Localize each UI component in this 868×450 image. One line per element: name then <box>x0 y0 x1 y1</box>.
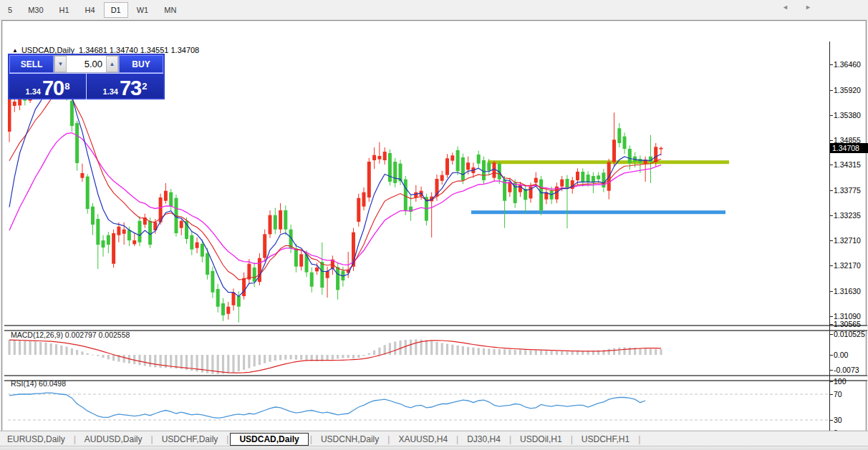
current-price-tag: 1.34708 <box>830 143 868 153</box>
candle-body <box>206 253 209 275</box>
candle-body <box>258 258 261 282</box>
volume-increase-button[interactable]: ▲ <box>106 56 118 72</box>
macd-histogram-bar <box>123 355 125 363</box>
buy-price-sup: 2 <box>142 76 147 97</box>
pane-divider[interactable] <box>4 325 867 331</box>
price-axis-label: 1.30565 <box>834 320 861 328</box>
macd-histogram-bar <box>478 348 480 355</box>
hline-support[interactable] <box>471 210 725 214</box>
macd-histogram-bar <box>462 346 464 355</box>
macd-histogram-bar <box>327 355 329 361</box>
candle-body <box>279 210 282 230</box>
candle-body <box>372 155 376 160</box>
candle-body <box>8 98 11 132</box>
candle-body <box>597 175 600 179</box>
timeframe-button-d1[interactable]: D1 <box>104 2 128 18</box>
chart-window: 1.364601.359201.353801.348551.343151.337… <box>1 20 867 431</box>
macd-histogram-bar <box>577 351 579 355</box>
chart-tab-usdcad-daily[interactable]: USDCAD,Daily <box>230 433 308 446</box>
timeframe-button-5[interactable]: 5 <box>1 2 19 18</box>
sell-price-sup: 8 <box>64 76 69 97</box>
trading-app: 5M30H1H4D1W1MN 1.364601.359201.353801.34… <box>0 0 868 450</box>
macd-histogram-bar <box>378 348 380 355</box>
timeframe-button-mn[interactable]: MN <box>157 2 183 18</box>
macd-histogram-bar <box>29 341 32 355</box>
symbol-triangle-icon: ▲ <box>12 47 18 54</box>
macd-histogram-bar <box>112 355 115 361</box>
macd-histogram-bar <box>514 350 516 355</box>
chart-tab-dj30-h4[interactable]: DJ30,H4 <box>460 433 508 446</box>
candle-body <box>80 173 84 178</box>
macd-histogram-bar <box>264 355 266 363</box>
candle-body <box>310 273 314 287</box>
macd-pane[interactable] <box>8 329 829 376</box>
macd-histogram-bar <box>545 351 547 355</box>
one-click-trade-panel: SELL ▼ 5.00 ▲ BUY 1.34 70 8 1.34 73 2 <box>8 54 165 99</box>
candle-body <box>602 172 605 187</box>
price-axis-label-tick <box>830 240 833 241</box>
timeframe-button-w1[interactable]: W1 <box>130 2 156 18</box>
chart-tab-xauusd-h4[interactable]: XAUUSD,H4 <box>391 433 455 446</box>
macd-histogram-bar <box>34 341 37 355</box>
macd-histogram-bar <box>55 344 57 355</box>
candle-body <box>393 162 397 183</box>
tabs-scroll-right-arrow[interactable]: ► <box>805 4 811 11</box>
candle-body <box>299 254 303 266</box>
candle-body <box>112 233 115 264</box>
timeframe-button-h4[interactable]: H4 <box>78 2 102 18</box>
macd-histogram-bar <box>618 348 620 355</box>
timeframe-button-h1[interactable]: H1 <box>52 2 77 18</box>
macd-histogram-bar <box>503 349 506 355</box>
macd-histogram-bar <box>81 351 83 355</box>
price-axis-label-tick <box>830 165 833 165</box>
candle-body <box>362 192 366 207</box>
macd-histogram-bar <box>650 349 652 355</box>
chart-tab-usdcnh-daily[interactable]: USDCNH,Daily <box>314 433 386 446</box>
ma-slow-line <box>9 133 661 265</box>
tab-separator: | <box>74 434 76 444</box>
price-axis-label-tick <box>830 190 833 191</box>
candle-body <box>560 180 564 187</box>
sell-price[interactable]: 1.34 70 8 <box>9 74 87 99</box>
chart-tab-audusd-daily[interactable]: AUDUSD,Daily <box>77 433 150 446</box>
macd-histogram-bar <box>238 355 240 371</box>
candle-body <box>477 155 481 164</box>
sell-button[interactable]: SELL <box>9 55 54 73</box>
buy-price[interactable]: 1.34 73 2 <box>87 74 163 99</box>
candle-body <box>550 191 554 200</box>
pane-divider[interactable] <box>4 375 867 381</box>
macd-histogram-bar <box>608 349 610 355</box>
macd-histogram-bar <box>394 341 396 355</box>
candle-body <box>383 152 387 160</box>
sell-price-small: 1.34 <box>26 87 41 97</box>
volume-decrease-button[interactable]: ▼ <box>54 56 67 72</box>
buy-button[interactable]: BUY <box>119 55 163 73</box>
chart-tab-usdchf-daily[interactable]: USDCHF,Daily <box>155 433 226 446</box>
candle-body <box>534 178 538 183</box>
macd-histogram-bar <box>24 341 26 355</box>
price-axis-label-tick <box>830 140 833 141</box>
tab-separator: | <box>638 434 640 444</box>
macd-histogram-bar <box>405 340 407 355</box>
candle-body <box>450 155 454 160</box>
rsi-pane[interactable] <box>8 378 829 439</box>
candle-body <box>617 128 621 143</box>
macd-histogram-bar <box>535 351 537 355</box>
candle-body <box>466 162 470 170</box>
volume-input[interactable]: 5.00 <box>67 56 106 72</box>
macd-histogram-bar <box>623 347 625 355</box>
tabs-scroll-left-arrow[interactable]: ◄ <box>782 4 789 11</box>
chart-tab-usdoil-h1[interactable]: USDOil,H1 <box>513 433 569 446</box>
candle-body <box>242 278 246 296</box>
macd-histogram-bar <box>362 355 365 356</box>
chart-tab-usdchf-h1[interactable]: USDCHF,H1 <box>574 433 637 446</box>
candle-body <box>96 219 100 245</box>
rsi-label: RSI(14) 60.0498 <box>11 379 66 388</box>
chart-tab-eurusd-daily[interactable]: EURUSD,Daily <box>0 433 72 446</box>
macd-histogram-bar <box>483 348 485 355</box>
macd-histogram-bar <box>519 350 521 355</box>
candle-body <box>132 240 136 244</box>
tab-separator: | <box>226 434 228 444</box>
macd-histogram-bar <box>430 341 433 355</box>
timeframe-button-m30[interactable]: M30 <box>21 2 50 18</box>
